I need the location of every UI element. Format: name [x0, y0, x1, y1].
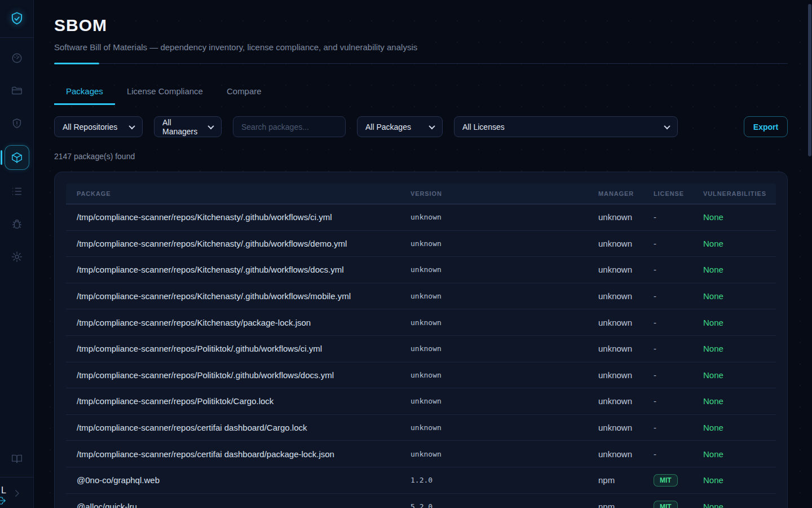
chevron-right-icon: [12, 488, 22, 498]
manager-cell: unknown: [598, 291, 654, 301]
vulnerabilities-cell: None: [703, 396, 776, 406]
version-cell: unknown: [411, 265, 598, 274]
manager-cell: unknown: [598, 318, 654, 327]
sidebar-item-docs[interactable]: [5, 448, 29, 470]
results-count: 2147 package(s) found: [54, 152, 788, 161]
table-row[interactable]: /tmp/compliance-scanner/repos/Kitchenast…: [66, 283, 776, 310]
manager-cell: unknown: [598, 370, 654, 380]
package-cell: /tmp/compliance-scanner/repos/Kitchenast…: [77, 212, 411, 222]
sidebar-overlay: L: [1, 485, 7, 506]
license-cell: -: [654, 265, 703, 274]
search-input[interactable]: [233, 116, 346, 137]
version-cell: unknown: [411, 450, 598, 458]
app-logo[interactable]: [0, 0, 34, 38]
license-badge: MIT: [654, 474, 678, 487]
manager-cell: unknown: [598, 344, 654, 353]
package-cell: /tmp/compliance-scanner/repos/certifai d…: [77, 449, 411, 459]
chevron-down-icon: [664, 122, 670, 129]
table-row[interactable]: /tmp/compliance-scanner/repos/certifai d…: [66, 415, 776, 441]
vulnerabilities-cell: None: [703, 502, 776, 508]
sidebar-nav: [0, 47, 33, 268]
version-cell: unknown: [411, 371, 598, 379]
sidebar-item-reports[interactable]: [5, 180, 29, 203]
table-row[interactable]: /tmp/compliance-scanner/repos/Politiktok…: [66, 362, 776, 389]
manager-cell: npm: [598, 475, 654, 485]
export-button[interactable]: Export: [744, 116, 788, 137]
column-header-package: Package: [77, 190, 411, 197]
version-cell: unknown: [411, 397, 598, 405]
sidebar: L: [0, 0, 34, 508]
license-cell: -: [654, 396, 703, 406]
tab-license-compliance[interactable]: License Compliance: [115, 81, 215, 105]
vulnerabilities-cell: None: [703, 265, 776, 274]
filter-bar: All Repositories All Managers All Packag…: [54, 116, 788, 137]
package-cell: /tmp/compliance-scanner/repos/Politiktok…: [77, 370, 411, 380]
logout-icon[interactable]: [0, 496, 7, 506]
package-cell: /tmp/compliance-scanner/repos/certifai d…: [77, 423, 411, 432]
manager-cell: unknown: [598, 212, 654, 222]
version-cell: unknown: [411, 344, 598, 353]
shield-alert-icon: [11, 117, 23, 130]
sidebar-item-settings[interactable]: [5, 246, 29, 268]
vulnerabilities-cell: None: [703, 344, 776, 353]
tab-packages[interactable]: Packages: [54, 81, 115, 105]
chevron-down-icon: [129, 122, 135, 129]
vertical-scrollbar[interactable]: [808, 4, 811, 156]
licenses-select[interactable]: All Licenses: [454, 116, 678, 137]
sidebar-divider: [0, 477, 34, 478]
table-row[interactable]: @alloc/quick-lru5.2.0npmMITNone: [66, 494, 776, 508]
table-row[interactable]: @0no-co/graphql.web1.2.0npmMITNone: [66, 467, 776, 494]
table-row[interactable]: /tmp/compliance-scanner/repos/certifai d…: [66, 441, 776, 467]
table-header: PackageVersionManagerLicenseVulnerabilit…: [66, 183, 776, 204]
tab-compare[interactable]: Compare: [215, 81, 273, 105]
package-icon: [11, 151, 23, 164]
table-row[interactable]: /tmp/compliance-scanner/repos/Kitchenast…: [66, 257, 776, 283]
managers-select[interactable]: All Managers: [154, 116, 222, 137]
packages-select[interactable]: All Packages: [357, 116, 443, 137]
tab-bar: PackagesLicense ComplianceCompare: [54, 81, 788, 105]
manager-cell: unknown: [598, 396, 654, 406]
sidebar-item-issues[interactable]: [5, 213, 29, 235]
chevron-down-icon: [208, 122, 214, 129]
license-cell: -: [654, 449, 703, 459]
vulnerabilities-cell: None: [703, 423, 776, 432]
license-cell: -: [654, 423, 703, 432]
package-cell: /tmp/compliance-scanner/repos/Politiktok…: [77, 344, 411, 353]
table-row[interactable]: /tmp/compliance-scanner/repos/Kitchenast…: [66, 231, 776, 257]
vulnerabilities-cell: None: [703, 318, 776, 327]
vulnerabilities-cell: None: [703, 239, 776, 248]
table-row[interactable]: /tmp/compliance-scanner/repos/Politiktok…: [66, 336, 776, 362]
version-cell: unknown: [411, 239, 598, 248]
table-body: /tmp/compliance-scanner/repos/Kitchenast…: [66, 204, 776, 508]
sidebar-item-dashboard[interactable]: [5, 47, 29, 69]
version-cell: unknown: [411, 318, 598, 327]
shield-check-icon: [9, 11, 25, 27]
license-cell: MIT: [654, 474, 703, 487]
packages-table: PackageVersionManagerLicenseVulnerabilit…: [54, 172, 788, 508]
gear-icon: [11, 251, 23, 263]
table-row[interactable]: /tmp/compliance-scanner/repos/Politiktok…: [66, 388, 776, 415]
repositories-select[interactable]: All Repositories: [54, 116, 143, 137]
license-cell: -: [654, 212, 703, 222]
table-row[interactable]: /tmp/compliance-scanner/repos/Kitchenast…: [66, 204, 776, 231]
page-title: SBOM: [54, 16, 788, 35]
sidebar-item-collapse[interactable]: [5, 482, 29, 505]
page-subtitle: Software Bill of Materials — dependency …: [54, 42, 788, 52]
vulnerabilities-cell: None: [703, 370, 776, 380]
list-icon: [11, 185, 23, 198]
gauge-icon: [11, 52, 23, 64]
sidebar-item-security[interactable]: [5, 112, 29, 135]
book-open-icon: [11, 453, 23, 465]
license-cell: -: [654, 291, 703, 301]
license-cell: -: [654, 370, 703, 380]
vulnerabilities-cell: None: [703, 475, 776, 485]
version-cell: unknown: [411, 292, 598, 300]
overlay-label: L: [1, 485, 7, 496]
bug-icon: [11, 218, 23, 230]
chevron-down-icon: [429, 122, 435, 129]
table-row[interactable]: /tmp/compliance-scanner/repos/Kitchenast…: [66, 309, 776, 336]
title-divider: [54, 62, 788, 64]
sidebar-item-repositories[interactable]: [5, 80, 29, 102]
vulnerabilities-cell: None: [703, 291, 776, 301]
sidebar-item-packages[interactable]: [5, 145, 29, 170]
